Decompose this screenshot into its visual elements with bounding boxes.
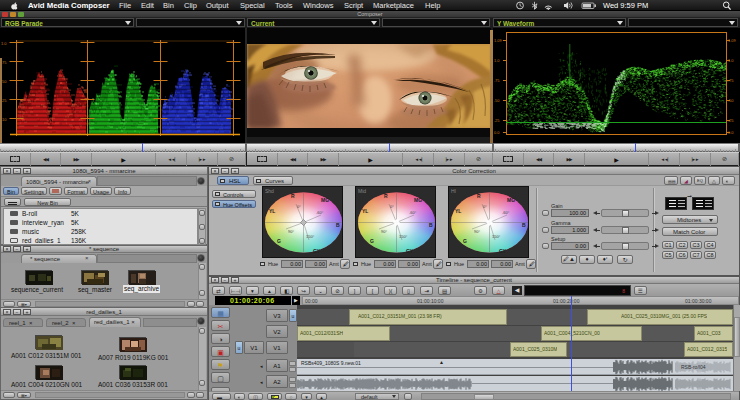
svg-text:0.0: 0.0	[494, 130, 500, 135]
svg-text:B: B	[429, 222, 433, 228]
svg-text:R: R	[384, 193, 388, 199]
svg-text:R: R	[477, 193, 481, 199]
svg-text:B: B	[336, 222, 340, 228]
svg-text:CY: CY	[499, 248, 507, 254]
svg-text:.50: .50	[494, 98, 500, 103]
svg-text:G: G	[370, 238, 374, 244]
svg-text:1.09: 1.09	[494, 38, 503, 43]
svg-text:1.0: 1.0	[494, 58, 500, 63]
svg-text:0°: 0°	[297, 204, 301, 209]
svg-text:G: G	[463, 238, 467, 244]
svg-text:.75: .75	[494, 78, 500, 83]
svg-text:MG: MG	[414, 197, 422, 203]
svg-text:-60°: -60°	[409, 210, 417, 215]
svg-text:-60°: -60°	[316, 210, 324, 215]
svg-text:R: R	[291, 193, 295, 199]
svg-text:150°: 150°	[399, 234, 408, 239]
svg-text:YL: YL	[269, 208, 275, 214]
svg-text:MG: MG	[321, 197, 329, 203]
svg-text:0°: 0°	[390, 204, 394, 209]
svg-text:MG: MG	[507, 197, 515, 203]
svg-text:CY: CY	[406, 248, 414, 254]
svg-text:B: B	[522, 222, 526, 228]
svg-text:1.0: 1.0	[1, 41, 7, 46]
svg-text:90°: 90°	[288, 229, 294, 234]
svg-text:CY: CY	[313, 248, 321, 254]
svg-text:90°: 90°	[474, 229, 480, 234]
svg-text:YL: YL	[362, 208, 368, 214]
svg-text:YL: YL	[455, 208, 461, 214]
svg-text:0°: 0°	[483, 204, 487, 209]
svg-text:G: G	[277, 238, 281, 244]
svg-text:150°: 150°	[306, 234, 315, 239]
svg-text:90°: 90°	[381, 229, 387, 234]
svg-text:-60°: -60°	[502, 210, 510, 215]
svg-text:150°: 150°	[492, 234, 501, 239]
svg-text:.25: .25	[494, 118, 500, 123]
